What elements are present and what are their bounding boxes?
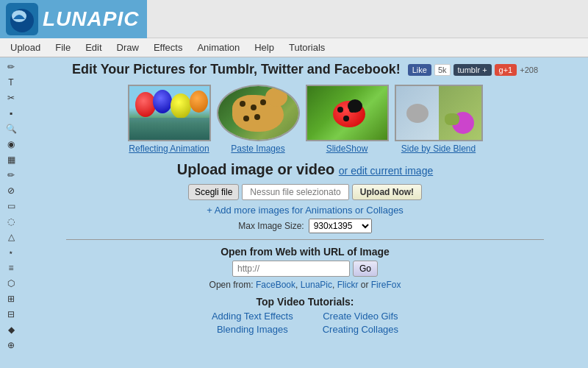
tool-minus[interactable]: ⊟ <box>3 308 19 321</box>
url-title: Open from Web with URL of Image <box>37 246 573 258</box>
gplus-button[interactable]: g+1 <box>495 64 517 76</box>
tutorials-col2: Create Video Gifs Creating Collages <box>323 311 398 337</box>
nav-tutorials[interactable]: Tutorials <box>282 40 332 54</box>
tutorial-video-gifs[interactable]: Create Video Gifs <box>323 311 398 322</box>
gallery-label-reflecting[interactable]: Reflecting Animation <box>129 144 209 154</box>
nav-draw[interactable]: Draw <box>110 40 146 54</box>
navbar: Upload File Edit Draw Effects Animation … <box>0 38 588 57</box>
nav-file[interactable]: File <box>48 40 78 54</box>
tool-hex[interactable]: ⬡ <box>3 277 19 290</box>
tool-rect[interactable]: ▭ <box>3 199 19 213</box>
image-size-row: Max Image Size: 930x1395 640x480 1920x10… <box>37 219 573 233</box>
tool-wand[interactable]: ⋆ <box>3 246 19 259</box>
tutorials-section: Top Video Tutorials: Adding Text Effects… <box>37 296 573 337</box>
logo-text: LUNAPIC <box>43 7 139 31</box>
tool-erase[interactable]: ⊘ <box>3 184 19 197</box>
tool-plus[interactable]: ⊕ <box>3 339 19 352</box>
upload-section: Upload image or video or edit current im… <box>37 161 573 233</box>
tool-crop[interactable]: ✂ <box>3 91 19 105</box>
gallery-item-paste[interactable]: Paste Images <box>217 85 300 154</box>
tutorial-adding-text[interactable]: Adding Text Effects <box>212 311 293 322</box>
social-buttons: Like 5k tumblr + g+1 +208 <box>408 64 538 76</box>
url-input[interactable] <box>232 261 350 277</box>
nav-edit[interactable]: Edit <box>78 40 109 54</box>
tool-lines[interactable]: ≡ <box>3 261 19 275</box>
open-from-firefox[interactable]: FireFox <box>371 280 401 290</box>
tutorials-title: Top Video Tutorials: <box>37 296 573 308</box>
tool-poly[interactable]: △ <box>3 230 19 244</box>
gallery-label-slideshow[interactable]: SlideShow <box>326 144 368 154</box>
tool-shape[interactable]: ◆ <box>3 323 19 336</box>
nav-effects[interactable]: Effects <box>146 40 190 54</box>
url-section: Open from Web with URL of Image Go Open … <box>37 246 573 290</box>
tool-eyedrop[interactable]: ◉ <box>3 138 19 151</box>
file-name-display: Nessun file selezionato <box>242 184 348 200</box>
edit-current-link[interactable]: or edit current image <box>339 165 433 177</box>
upload-title: Upload image or video or edit current im… <box>37 161 573 178</box>
tool-select[interactable]: ✏ <box>3 60 19 74</box>
tool-zoom[interactable]: 🔍 <box>3 122 19 135</box>
choose-file-button[interactable]: Scegli file <box>188 184 239 200</box>
tool-pencil[interactable]: ✏ <box>3 169 19 182</box>
gallery-img-slideshow <box>306 85 389 141</box>
gallery-label-paste[interactable]: Paste Images <box>231 144 284 154</box>
open-from-flickr[interactable]: Flickr <box>337 280 359 290</box>
open-from-label: Open from: <box>209 280 254 290</box>
facebook-count: 5k <box>434 64 451 76</box>
add-more-images-link[interactable]: + Add more images for Animations or Coll… <box>37 205 573 216</box>
size-label: Max Image Size: <box>238 221 304 231</box>
left-toolbar: ✏ T ✂ ▪ 🔍 ◉ ▦ ✏ ⊘ ▭ ◌ △ ⋆ ≡ ⬡ ⊞ ⊟ ◆ ⊕ <box>0 57 22 368</box>
header: LUNAPIC <box>0 0 588 38</box>
upload-row: Scegli file Nessun file selezionato Uplo… <box>37 184 573 200</box>
nav-upload[interactable]: Upload <box>3 40 48 54</box>
url-row: Go <box>37 261 573 277</box>
page-header: Edit Your Pictures for Tumblr, Twitter a… <box>37 62 573 77</box>
gplus-count: +208 <box>520 66 538 74</box>
tutorials-col1: Adding Text Effects Blending Images <box>212 311 293 337</box>
nav-help[interactable]: Help <box>247 40 282 54</box>
upload-now-button[interactable]: Upload Now! <box>352 184 422 200</box>
size-select[interactable]: 930x1395 640x480 1920x1080 Original <box>309 219 372 233</box>
divider <box>66 239 544 240</box>
tool-lasso[interactable]: ◌ <box>3 215 19 228</box>
open-from: Open from: FaceBook, LunaPic, Flickr or … <box>37 280 573 290</box>
tool-stamp[interactable]: ⊞ <box>3 292 19 305</box>
gallery-item-sidebyside[interactable]: Side by Side Blend <box>395 85 483 154</box>
gallery-img-sidebyside <box>395 85 483 141</box>
tumblr-button[interactable]: tumblr + <box>453 64 492 76</box>
main-content: Edit Your Pictures for Tumblr, Twitter a… <box>22 57 588 368</box>
go-button[interactable]: Go <box>353 261 378 277</box>
tool-fill[interactable]: ▪ <box>3 107 19 120</box>
tool-grid[interactable]: ▦ <box>3 153 19 166</box>
tutorial-blending[interactable]: Blending Images <box>212 324 293 335</box>
page-title: Edit Your Pictures for Tumblr, Twitter a… <box>72 62 401 77</box>
gallery-img-paste <box>217 85 300 141</box>
nav-animation[interactable]: Animation <box>190 40 247 54</box>
gallery-label-sidebyside[interactable]: Side by Side Blend <box>401 144 476 154</box>
gallery-img-reflecting <box>128 85 211 141</box>
logo[interactable]: LUNAPIC <box>0 0 147 38</box>
open-from-facebook[interactable]: FaceBook <box>256 280 295 290</box>
open-from-lunapic[interactable]: LunaPic <box>301 280 332 290</box>
image-gallery: Reflecting Animation Paste Images <box>37 85 573 154</box>
tutorials-grid: Adding Text Effects Blending Images Crea… <box>37 311 573 337</box>
gallery-item-reflecting[interactable]: Reflecting Animation <box>128 85 211 154</box>
tool-text[interactable]: T <box>3 76 19 89</box>
tutorial-collages[interactable]: Creating Collages <box>323 324 398 335</box>
gallery-item-slideshow[interactable]: SlideShow <box>306 85 389 154</box>
logo-icon <box>6 3 38 35</box>
facebook-like-button[interactable]: Like <box>408 64 431 76</box>
